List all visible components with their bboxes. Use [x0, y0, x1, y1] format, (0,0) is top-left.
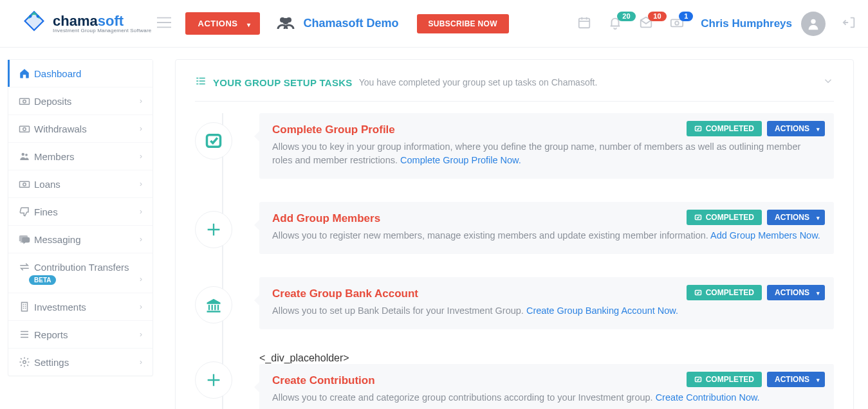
sidebar-item-investments[interactable]: Investments ›: [8, 293, 152, 321]
money-icon[interactable]: 1: [670, 15, 684, 32]
completed-badge[interactable]: COMPLETED: [687, 121, 762, 136]
calendar-icon[interactable]: [577, 15, 591, 32]
transfer-icon: [19, 261, 34, 273]
building-icon: [19, 301, 34, 313]
svg-rect-10: [20, 98, 30, 104]
panel-title: YOUR GROUP SETUP TASKS: [213, 77, 353, 88]
brand-tagline: Investment Group Management Software: [53, 28, 152, 33]
sidebar-item-contribution-transfers[interactable]: Contribution Transfers BETA ›: [8, 253, 152, 293]
main-content: YOUR GROUP SETUP TASKS You have complete…: [161, 48, 868, 409]
menu-toggle-icon[interactable]: [157, 17, 171, 31]
sidebar-item-members[interactable]: Members ›: [8, 143, 152, 170]
user-menu[interactable]: Chris Humphreys: [701, 12, 826, 36]
tasks-list-icon: [195, 75, 207, 89]
svg-rect-6: [579, 18, 590, 28]
svg-point-15: [25, 154, 28, 156]
sidebar-item-deposits[interactable]: Deposits ›: [8, 87, 152, 115]
app-header: chamasoft Investment Group Management So…: [0, 0, 868, 48]
brand-name: chamasoft: [53, 14, 152, 28]
logout-icon[interactable]: [842, 15, 856, 32]
svg-point-9: [811, 19, 815, 23]
sidebar-item-label: Members: [34, 151, 140, 162]
task-actions-button[interactable]: ACTIONS ▾: [767, 372, 825, 387]
cash-icon: [19, 123, 34, 134]
sidebar-item-messaging[interactable]: Messaging ›: [8, 226, 152, 253]
group-name: Chamasoft Demo: [304, 17, 399, 30]
svg-point-14: [22, 153, 25, 156]
task-timeline: COMPLETED ACTIONS ▾ Complete Group Profi…: [195, 113, 834, 409]
mail-badge: 10: [648, 12, 666, 21]
chevron-right-icon: ›: [140, 358, 142, 367]
completed-badge[interactable]: COMPLETED: [687, 210, 762, 225]
svg-point-13: [23, 128, 26, 131]
sidebar-item-label: Deposits: [34, 96, 140, 107]
chevron-right-icon: ›: [140, 330, 142, 339]
bank-icon: [195, 286, 232, 323]
sidebar-item-dashboard[interactable]: Dashboard: [8, 60, 152, 87]
sidebar-item-withdrawals[interactable]: Withdrawals ›: [8, 115, 152, 143]
task-create-contribution: <_div_placeholder> COMPLETED ACTIONS: [259, 352, 834, 409]
task-add-members: COMPLETED ACTIONS ▾ Add Group Members Al…: [259, 202, 834, 254]
task-link[interactable]: Create Group Banking Account Now.: [526, 305, 678, 316]
chevron-down-icon: ▾: [817, 377, 820, 383]
sidebar: Dashboard Deposits › Withdrawals ›: [0, 48, 161, 409]
header-right: 20 10 1 Chris Humphreys: [577, 12, 856, 36]
chevron-right-icon: ›: [140, 207, 142, 216]
completed-badge[interactable]: COMPLETED: [687, 285, 762, 300]
thumbs-down-icon: [19, 206, 34, 217]
task-link[interactable]: Create Contribution Now.: [656, 392, 760, 403]
sidebar-item-label: Investments: [34, 302, 140, 313]
panel-header: YOUR GROUP SETUP TASKS You have complete…: [195, 75, 834, 102]
panel-subtitle: You have completed your group set up tas…: [359, 77, 598, 87]
sidebar-item-reports[interactable]: Reports ›: [8, 321, 152, 349]
list-icon: [19, 329, 34, 340]
sidebar-item-label: Contribution Transfers: [34, 262, 142, 273]
avatar: [801, 12, 826, 36]
brand-logo[interactable]: chamasoft Investment Group Management So…: [19, 9, 152, 39]
plus-icon: [195, 361, 232, 399]
chevron-right-icon: ›: [140, 275, 142, 284]
task-link[interactable]: Add Group Members Now.: [710, 230, 820, 241]
svg-point-17: [23, 183, 26, 186]
plus-icon: [195, 211, 232, 248]
setup-tasks-panel: YOUR GROUP SETUP TASKS You have complete…: [175, 59, 854, 409]
sidebar-item-label: Messaging: [34, 234, 140, 245]
svg-point-5: [282, 18, 289, 24]
sidebar-item-fines[interactable]: Fines ›: [8, 198, 152, 226]
chevron-right-icon: ›: [140, 179, 142, 188]
chevron-right-icon: ›: [140, 124, 142, 133]
svg-point-8: [676, 21, 679, 25]
sidebar-item-label: Fines: [34, 206, 140, 217]
mail-icon[interactable]: 10: [639, 15, 653, 32]
task-actions-button[interactable]: ACTIONS ▾: [767, 210, 825, 225]
task-desc: Allows you to register new members, mana…: [272, 229, 821, 242]
cash-icon: [19, 178, 34, 190]
task-bank-account: COMPLETED ACTIONS ▾ Create Group Bank Ac…: [259, 277, 834, 329]
svg-rect-18: [22, 302, 28, 311]
svg-rect-12: [20, 126, 30, 132]
chevron-down-icon: ▾: [817, 215, 820, 221]
chevron-down-icon[interactable]: [822, 75, 834, 89]
group-icon: [277, 16, 295, 32]
users-icon: [19, 150, 34, 162]
completed-badge[interactable]: COMPLETED: [687, 372, 762, 387]
subscribe-button[interactable]: SUBSCRIBE NOW: [417, 14, 509, 33]
bell-icon[interactable]: 20: [608, 15, 622, 32]
sidebar-item-label: Withdrawals: [34, 123, 140, 134]
svg-point-2: [33, 12, 35, 15]
task-actions-button[interactable]: ACTIONS ▾: [767, 121, 825, 136]
sidebar-item-settings[interactable]: Settings ›: [8, 349, 152, 376]
beta-badge: BETA: [29, 275, 56, 285]
svg-point-0: [29, 15, 32, 17]
current-group[interactable]: Chamasoft Demo: [277, 16, 399, 32]
svg-rect-16: [20, 181, 30, 187]
task-actions-button[interactable]: ACTIONS ▾: [767, 285, 825, 300]
task-desc: Allows you to set up Bank Details for yo…: [272, 304, 821, 318]
check-icon: [195, 122, 232, 159]
chevron-right-icon: ›: [140, 96, 142, 105]
sidebar-item-loans[interactable]: Loans ›: [8, 170, 152, 198]
header-actions-button[interactable]: ACTIONS ▾: [185, 12, 260, 35]
task-link[interactable]: Complete Group Profile Now.: [400, 155, 521, 165]
chevron-down-icon: ▾: [817, 126, 820, 132]
gear-icon: [19, 356, 34, 368]
